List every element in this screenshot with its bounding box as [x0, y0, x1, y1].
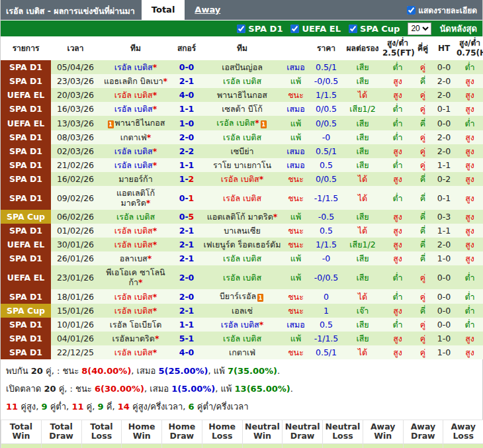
odds-cell: -0/0.5 — [309, 74, 343, 88]
match-row: SPA D110/01/26เรอัล โอเบียโด1-1เรอัล เบต… — [1, 318, 483, 332]
over-under-25-cell: ต่ำ — [382, 158, 414, 172]
halftime-score-cell: 2-0 — [432, 88, 456, 102]
league-checkbox[interactable] — [290, 24, 299, 33]
score-cell: 1-1 — [171, 158, 202, 172]
league-badge: UEFA EL — [1, 116, 51, 130]
stats-table: Total WinTotal DrawTotal LossHome WinHom… — [1, 420, 483, 448]
result-cell: เสมอ — [283, 102, 309, 116]
favorite-star: * — [153, 226, 157, 236]
over-under-25-cell: สูง — [382, 74, 414, 88]
halftime-score-cell: 0-0 — [432, 116, 456, 130]
away-team-cell: ราโย บาเยกาโน — [202, 158, 283, 172]
over-under-25-cell: ต่ำ — [382, 102, 414, 116]
details-checkbox[interactable] — [407, 6, 416, 15]
home-team-cell: เรอัล โอเบียโด — [100, 318, 171, 332]
result-cell: ชนะ — [283, 224, 309, 238]
team-name: แอธเลติก บิลเบา — [104, 76, 163, 86]
tab-total[interactable]: Total — [142, 0, 185, 20]
favorite-star: * — [153, 104, 157, 114]
odd-even-cell: คู่ — [414, 318, 432, 332]
summary-text: , แพ้ — [208, 366, 228, 376]
column-header-8: สูง/ต่ำ 2.5(FT) — [382, 36, 414, 60]
score-cell: 2-1 — [171, 74, 202, 88]
league-checkbox-label: SPA Cup — [360, 24, 400, 34]
tab-away[interactable]: Away — [185, 0, 230, 20]
home-team-cell: อลาเบส* — [100, 251, 171, 265]
match-date: 22/12/25 — [51, 345, 100, 359]
handicap-result-cell: เสีย — [343, 116, 382, 130]
odd-even-cell: คู่ — [414, 130, 432, 144]
league-filter-uefa-el[interactable]: UEFA EL — [290, 24, 341, 34]
team-name: เรอัล เบติส — [223, 132, 261, 142]
over-under-25-cell: สูง — [382, 172, 414, 186]
league-filter-spa-d1[interactable]: SPA D1 — [237, 24, 283, 34]
halftime-score-cell: 1-1 — [432, 224, 456, 238]
team-name: เรอัล เบติส — [223, 273, 261, 283]
score-cell: 2-0 — [171, 130, 202, 144]
team-name: เรอัล เบติส — [114, 226, 153, 236]
handicap-result-cell: เสีย — [343, 130, 382, 144]
match-date: 20/03/26 — [51, 88, 100, 102]
over-under-075-cell: สูง — [456, 332, 483, 345]
handicap-result-cell: เสีย — [343, 332, 382, 345]
match-row: SPA D116/02/26มายอร์ก้า1-2เรอัล เบติส*ชน… — [1, 172, 483, 186]
league-checkbox[interactable] — [237, 24, 245, 33]
favorite-star: * — [153, 347, 157, 357]
tabs: TotalAway — [142, 0, 230, 20]
result-cell: เสมอ — [283, 144, 309, 158]
team-name: เรอัล เบติส — [114, 104, 153, 114]
league-badge: SPA D1 — [1, 251, 51, 265]
details-toggle[interactable]: แสดงรายละเอียด — [407, 0, 482, 20]
column-header-7: ผลต่อรอง — [343, 36, 382, 60]
odds-cell: -0/0.5 — [309, 265, 343, 289]
result-cell: ชนะ — [283, 186, 309, 210]
league-badge: SPA D1 — [1, 318, 51, 332]
odd-even-cell: คี่ — [414, 74, 432, 88]
team-name: เรอัล เบติส — [114, 240, 153, 249]
over-under-075-cell: สูง — [456, 186, 483, 210]
team-name: บียาร์เรอัล — [220, 291, 256, 301]
halftime-score-cell: 0-0 — [432, 289, 456, 304]
result-cell: แพ้ — [283, 130, 309, 144]
favorite-star: * — [259, 174, 264, 184]
favorite-star: * — [153, 146, 157, 156]
odd-even-cell: คู่ — [414, 265, 432, 289]
league-filter-spa-cup[interactable]: SPA Cup — [349, 24, 400, 34]
team-name: เอลเช่ — [232, 306, 253, 316]
odds-cell: 0.5 — [309, 318, 343, 332]
league-badge: SPA D1 — [1, 74, 51, 88]
home-team-cell: เรอัล เบติส* — [100, 304, 171, 318]
odds-cell: 0/0.5 — [309, 172, 343, 186]
over-under-075-cell: ต่ำ — [456, 116, 483, 130]
match-row: SPA Cup15/01/26เรอัล เบติส*2-1เอลเช่ชนะ1… — [1, 304, 483, 318]
away-team-cell: เรอัล เบติส* — [202, 318, 283, 332]
summary-text: พบกัน — [6, 366, 31, 376]
stats-counts-9: 2 — [363, 443, 403, 448]
summary-text: 5(25.00%) — [158, 366, 208, 376]
away-team-cell: เรอัล เบติส — [202, 251, 283, 265]
odds-cell: 0.5 — [309, 158, 343, 172]
match-count-select[interactable]: 20 — [408, 22, 431, 35]
favorite-star: * — [138, 277, 143, 287]
stats-counts-5: 1 — [202, 443, 242, 448]
home-team-cell: เรอัล เบติส* — [100, 289, 171, 304]
halftime-score-cell: 1-0 — [432, 345, 456, 359]
stats-header-total-win: Total Win — [1, 420, 42, 444]
red-card-icon: 1 — [261, 120, 267, 128]
league-badge: SPA D1 — [1, 60, 51, 74]
matches-body: SPA D105/04/26เรอัล เบติส*0-0เอสปันญ่อลเ… — [1, 60, 483, 359]
halftime-score-cell: 0-2 — [432, 172, 456, 186]
away-team-cell: เรอัล เบติส — [202, 74, 283, 88]
home-team-cell: เรอัล เบติส* — [100, 144, 171, 158]
over-under-25-cell: สูง — [382, 224, 414, 238]
summary-text: 9 — [41, 402, 47, 412]
favorite-star: * — [153, 292, 157, 302]
league-checkbox[interactable] — [349, 24, 357, 33]
odd-even-cell: คู่ — [414, 144, 432, 158]
summary-text: คู่, — [83, 402, 97, 412]
page-title: เรอัล เบติส - ผลการแข่งขันที่ผ่านมา — [1, 0, 142, 20]
match-row: SPA D108/03/26เกตาเฟ่*2-0เรอัล เบติสแพ้-… — [1, 130, 483, 144]
team-name: เรอัล เบติส — [223, 193, 261, 203]
team-name: อลาเบส — [120, 253, 148, 263]
stats-header-away-loss: Away Loss — [443, 420, 483, 444]
